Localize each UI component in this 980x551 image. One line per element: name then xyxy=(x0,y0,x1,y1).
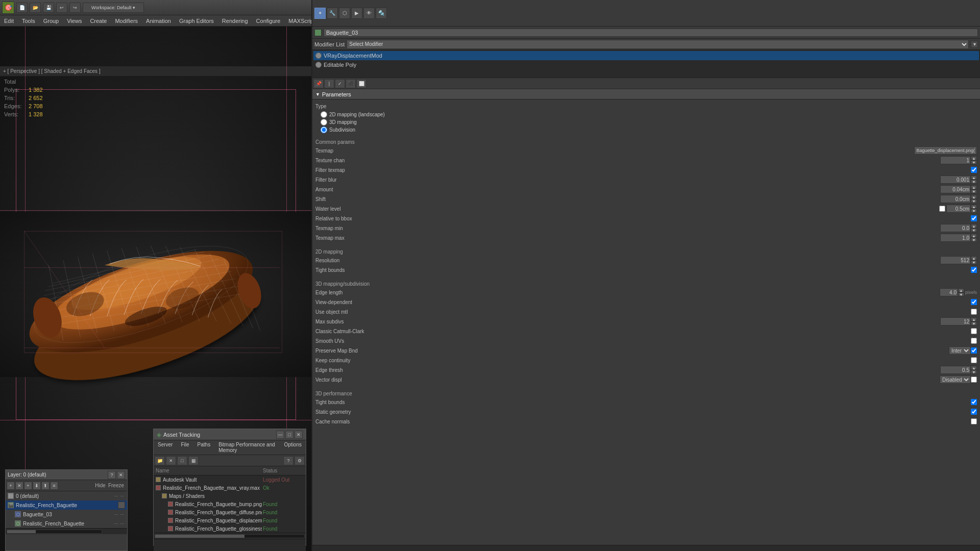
modifier-dropdown[interactable]: Select Modifier xyxy=(347,40,969,49)
mt-show-btn[interactable]: ✓ xyxy=(335,79,345,88)
layer-scrollbar[interactable] xyxy=(6,528,127,534)
type-3d-radio[interactable] xyxy=(321,119,327,126)
shift-down[interactable]: ▼ xyxy=(971,199,977,203)
layer-delete-btn[interactable]: ✕ xyxy=(15,482,23,490)
vector-displ-checkbox[interactable] xyxy=(971,377,977,383)
asset-settings-btn[interactable]: ⚙ xyxy=(295,456,305,465)
asset-menu-bitmap[interactable]: Bitmap Performance and Memory xyxy=(215,441,279,454)
perf-cache-normals-checkbox[interactable] xyxy=(971,418,977,424)
perf-static-geo-checkbox[interactable] xyxy=(971,409,977,415)
asset-row-6[interactable]: Realistic_French_Baguette_glossiness.png… xyxy=(154,524,306,533)
open-btn[interactable]: 📂 xyxy=(30,3,41,13)
modifier-enable-bulb[interactable] xyxy=(315,53,322,59)
edge-thresh-input[interactable] xyxy=(940,366,971,374)
menu-create[interactable]: Create xyxy=(86,15,111,26)
asset-row-2[interactable]: Maps / Shaders xyxy=(154,492,306,500)
water-level-checkbox[interactable] xyxy=(939,206,945,212)
modify-panel-icon[interactable]: 🔧 xyxy=(327,8,338,19)
filter-blur-up[interactable]: ▲ xyxy=(971,176,977,180)
preserve-map-bnd-select[interactable]: Inter xyxy=(949,346,971,355)
save-btn[interactable]: 💾 xyxy=(43,3,54,13)
asset-row-3[interactable]: Realistic_French_Baguette_bump.png Found xyxy=(154,500,306,508)
modifier-item-epoly[interactable]: Editable Poly xyxy=(313,60,979,69)
menu-configure[interactable]: Configure xyxy=(252,15,285,26)
layer-row-0[interactable]: □ 0 (default) ··· ··· xyxy=(6,491,127,500)
texmap-value[interactable]: Baguette_displacement.png( xyxy=(914,146,977,155)
layer-help-btn[interactable]: ? xyxy=(108,471,116,479)
modifier-dropdown-arrow[interactable]: ▾ xyxy=(971,41,978,48)
amount-up[interactable]: ▲ xyxy=(971,185,977,189)
resolution-up[interactable]: ▲ xyxy=(971,256,977,260)
amount-input[interactable] xyxy=(940,185,971,193)
tight-bounds-checkbox[interactable] xyxy=(971,267,977,273)
menu-modifiers[interactable]: Modifiers xyxy=(111,15,142,26)
asset-tb-1[interactable]: 📁 xyxy=(155,456,165,465)
utilities-icon[interactable]: 🔩 xyxy=(376,8,387,19)
mt-sub-btn[interactable]: ⬜ xyxy=(356,79,366,88)
create-panel-icon[interactable]: ✦ xyxy=(314,8,326,19)
resolution-down[interactable]: ▼ xyxy=(971,260,977,264)
texmap-min-up[interactable]: ▲ xyxy=(971,224,977,228)
resolution-input[interactable] xyxy=(940,256,971,264)
layer-row-1[interactable]: 🎬 Realistic_French_Baguette xyxy=(6,500,127,510)
type-subdiv-option[interactable]: Subdivision xyxy=(321,127,977,133)
menu-group[interactable]: Group xyxy=(39,15,63,26)
layer-close-btn[interactable]: ✕ xyxy=(117,471,125,479)
texmap-max-input[interactable] xyxy=(940,234,971,242)
motion-icon[interactable]: ▶ xyxy=(351,8,362,19)
object-color-swatch[interactable] xyxy=(314,29,322,36)
mt-type-btn[interactable]: | xyxy=(324,79,334,88)
menu-tools[interactable]: Tools xyxy=(18,15,39,26)
layer-move-up-btn[interactable]: ⬆ xyxy=(41,482,50,490)
amount-down[interactable]: ▼ xyxy=(971,189,977,193)
menu-views[interactable]: Views xyxy=(63,15,86,26)
layer-1-vis[interactable] xyxy=(118,502,125,509)
filter-texmap-checkbox[interactable] xyxy=(971,167,977,173)
asset-tb-2[interactable]: ✕ xyxy=(166,456,176,465)
shift-up[interactable]: ▲ xyxy=(971,195,977,199)
view-dependent-checkbox[interactable] xyxy=(971,299,977,305)
max-subdivs-down[interactable]: ▼ xyxy=(971,321,977,325)
texmap-max-up[interactable]: ▲ xyxy=(971,234,977,238)
filter-blur-input[interactable] xyxy=(940,176,971,184)
menu-edit[interactable]: Edit xyxy=(0,15,18,26)
layer-row-3[interactable]: ⬡ Realistic_French_Baguette ··· ··· xyxy=(6,519,127,528)
relative-bbox-checkbox[interactable] xyxy=(971,215,977,221)
type-2d-option[interactable]: 2D mapping (landscape) xyxy=(321,111,977,118)
texture-chan-up[interactable]: ▲ xyxy=(971,156,977,160)
texmap-min-down[interactable]: ▼ xyxy=(971,228,977,232)
params-header[interactable]: ▼ Parameters xyxy=(312,89,980,99)
shift-input[interactable] xyxy=(940,195,971,203)
menu-animation[interactable]: Animation xyxy=(142,15,175,26)
mt-result-btn[interactable]: ⬛ xyxy=(346,79,356,88)
catmull-clark-checkbox[interactable] xyxy=(971,328,977,334)
menu-rendering[interactable]: Rendering xyxy=(218,15,252,26)
texmap-max-down[interactable]: ▼ xyxy=(971,238,977,242)
mt-pin-btn[interactable]: 📌 xyxy=(313,79,324,88)
asset-minimize-btn[interactable]: — xyxy=(276,431,284,439)
water-level-down[interactable]: ▼ xyxy=(971,209,977,213)
hierarchy-icon[interactable]: ⬡ xyxy=(339,8,350,19)
layer-settings-btn[interactable]: ≡ xyxy=(50,482,58,490)
type-subdiv-radio[interactable] xyxy=(321,127,327,133)
rpanel-scrollbar[interactable] xyxy=(312,545,980,551)
new-btn[interactable]: 📄 xyxy=(16,3,28,13)
texture-chan-down[interactable]: ▼ xyxy=(971,160,977,164)
water-level-up[interactable]: ▲ xyxy=(971,205,977,209)
texmap-min-input[interactable] xyxy=(940,224,971,232)
layer-row-2[interactable]: ⬡ Baguette_03 ··· ··· xyxy=(6,510,127,519)
max-subdivs-input[interactable] xyxy=(940,317,971,325)
layer-new-btn[interactable]: + xyxy=(7,482,15,490)
asset-close-btn[interactable]: ✕ xyxy=(295,431,303,439)
edge-thresh-down[interactable]: ▼ xyxy=(971,370,977,374)
asset-scrollbar[interactable] xyxy=(154,533,306,539)
smooth-uvs-checkbox[interactable] xyxy=(971,338,977,344)
filter-blur-down[interactable]: ▼ xyxy=(971,180,977,184)
type-2d-radio[interactable] xyxy=(321,111,327,118)
asset-menu-server[interactable]: Server xyxy=(155,441,176,454)
edge-length-down[interactable]: ▼ xyxy=(958,292,964,296)
asset-row-1[interactable]: Realistic_French_Baguette_max_vray.max O… xyxy=(154,484,306,492)
edge-thresh-up[interactable]: ▲ xyxy=(971,366,977,370)
max-subdivs-up[interactable]: ▲ xyxy=(971,317,977,321)
display-icon[interactable]: 👁 xyxy=(363,8,375,19)
